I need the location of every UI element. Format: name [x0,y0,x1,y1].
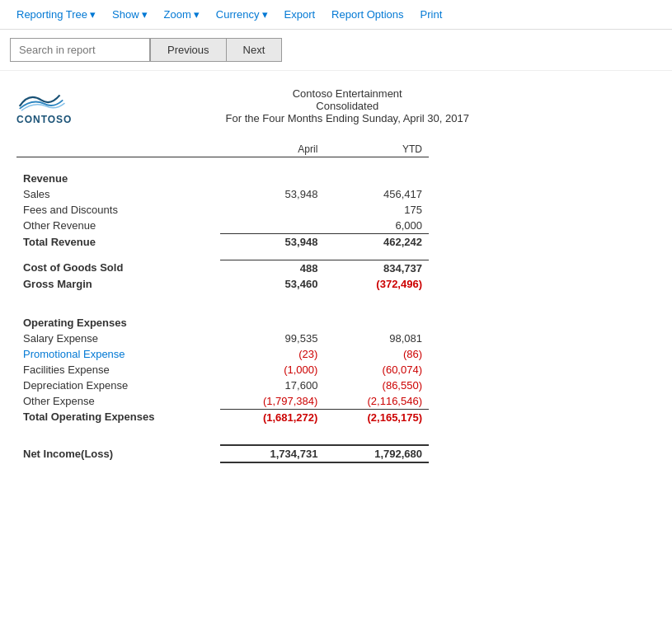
report-header: CONTOSO Contoso Entertainment Consolidat… [16,87,656,125]
nav-reporting-tree[interactable]: Reporting Tree ▾ [10,5,102,24]
financial-table: April YTD Revenue Sales 53,948 456,417 F… [16,142,429,463]
net-income-row: Net Income(Loss) 1,734,731 1,792,680 [16,445,429,462]
chevron-down-icon: ▾ [90,8,96,21]
contoso-logo [16,87,66,112]
spacer [16,292,429,302]
table-row: Facilities Expense (1,000) (60,074) [16,362,429,378]
table-row: Promotional Expense (23) (86) [16,346,429,362]
gross-margin-row: Gross Margin 53,460 (372,496) [16,276,429,292]
table-row: Depreciation Expense 17,600 (86,550) [16,378,429,393]
nav-zoom[interactable]: Zoom ▾ [157,5,206,24]
spacer [16,425,429,435]
logo-text: CONTOSO [16,114,72,125]
chevron-down-icon: ▾ [142,8,148,21]
total-revenue-row: Total Revenue 53,948 462,242 [16,234,429,251]
table-row: Salary Expense 99,535 98,081 [16,331,429,346]
section-revenue-header: Revenue [16,157,429,187]
previous-button[interactable]: Previous [150,38,226,62]
report-title: Contoso Entertainment Consolidated For t… [105,87,590,124]
april-col-header: April [220,142,325,157]
nav-currency[interactable]: Currency ▾ [209,5,275,24]
nav-export[interactable]: Export [278,5,322,24]
logo-area: CONTOSO [16,87,72,125]
chevron-down-icon: ▾ [194,8,200,21]
spacer [16,435,429,445]
section-opex-header: Operating Expenses [16,302,429,331]
next-button[interactable]: Next [226,38,283,62]
chevron-down-icon: ▾ [262,8,268,21]
report-area: CONTOSO Contoso Entertainment Consolidat… [0,71,672,480]
ytd-col-header: YTD [324,142,429,157]
label-col-header [16,142,220,157]
total-opex-row: Total Operating Expenses (1,681,272) (2,… [16,409,429,425]
cogs-row: Cost of Goods Sold 488 834,737 [16,260,429,276]
nav-show[interactable]: Show ▾ [106,5,154,24]
table-row: Fees and Discounts 175 [16,202,429,218]
spacer [16,250,429,260]
table-row: Sales 53,948 456,417 [16,186,429,202]
search-input[interactable] [10,38,150,62]
nav-bar: Reporting Tree ▾ Show ▾ Zoom ▾ Currency … [0,0,672,30]
search-bar: Previous Next [0,30,672,71]
table-row: Other Revenue 6,000 [16,218,429,234]
nav-report-options[interactable]: Report Options [325,5,410,24]
nav-print[interactable]: Print [414,5,449,24]
table-row: Other Expense (1,797,384) (2,116,546) [16,393,429,410]
